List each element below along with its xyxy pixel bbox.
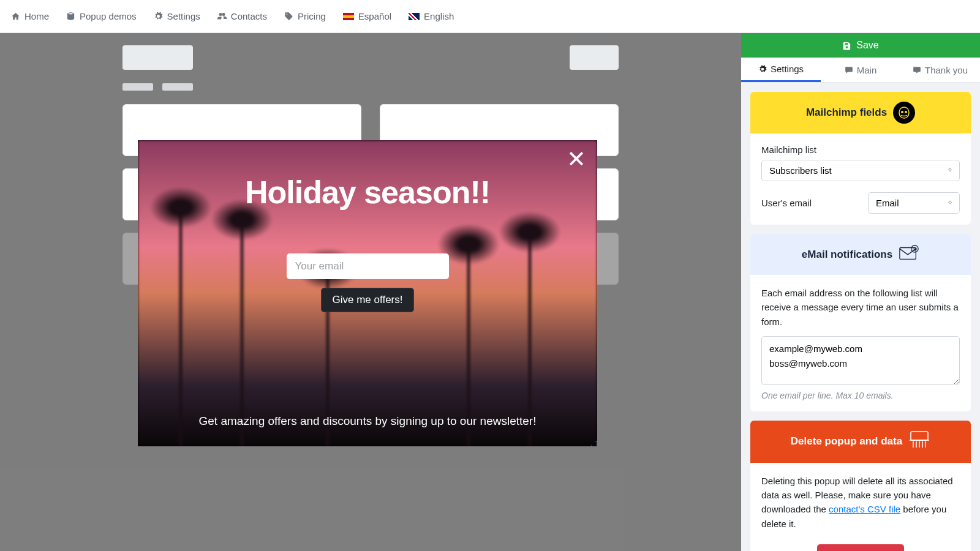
save-icon	[842, 41, 851, 50]
mailchimp-logo-icon	[893, 102, 915, 124]
delete-panel: Delete popup and data Deleting this popu…	[750, 421, 971, 551]
nav-home[interactable]: Home	[11, 11, 49, 21]
user-email-select[interactable]: Email	[868, 192, 960, 214]
nav-lang-es[interactable]: Español	[343, 11, 391, 21]
nav-settings[interactable]: Settings	[154, 11, 200, 21]
email-notifications-header-label: eMail notifications	[802, 249, 892, 261]
sidebar-tabs: Settings Main Thank you	[741, 58, 980, 83]
nav-pricing-label: Pricing	[298, 11, 326, 21]
delete-popup-button[interactable]: Delete popup	[817, 544, 904, 551]
contacts-csv-link[interactable]: contact's CSV file	[829, 504, 900, 514]
gear-icon	[154, 12, 163, 21]
tab-thankyou-label: Thank you	[925, 65, 968, 75]
mailchimp-list-label: Mailchimp list	[761, 144, 960, 155]
flag-en-icon	[409, 13, 420, 20]
tab-settings[interactable]: Settings	[741, 58, 821, 82]
email-notifications-panel: eMail notifications @ Each email address…	[750, 234, 971, 411]
mailchimp-header-label: Mailchimp fields	[806, 107, 887, 119]
notifications-hint: One email per line. Max 10 emails.	[761, 391, 960, 400]
email-notifications-header: eMail notifications @	[750, 234, 971, 275]
nav-contacts-label: Contacts	[231, 11, 267, 21]
tab-thankyou[interactable]: Thank you	[900, 58, 980, 82]
canvas-area: ✕ Holiday season!! Give me offers! Get a…	[0, 33, 741, 551]
popup-subtitle[interactable]: Get amazing offers and discounts by sign…	[199, 414, 537, 428]
nav-home-label: Home	[24, 11, 49, 21]
nav-english-label: English	[424, 11, 454, 21]
mailchimp-list-select[interactable]: Subscribers list	[761, 160, 960, 181]
svg-point-0	[901, 111, 903, 113]
nav-pricing[interactable]: Pricing	[284, 11, 326, 21]
popup-submit-button[interactable]: Give me offers!	[321, 288, 415, 312]
mail-at-icon: @	[899, 244, 919, 265]
gear-icon	[758, 65, 767, 73]
mailchimp-panel: Mailchimp fields Mailchimp list Subscrib…	[750, 92, 971, 225]
users-icon	[217, 12, 227, 21]
nav-espanol-label: Español	[358, 11, 391, 21]
speech-icon	[845, 66, 853, 74]
delete-panel-header-label: Delete popup and data	[791, 435, 902, 448]
delete-desc: Deleting this popup will delete all its …	[761, 474, 960, 531]
svg-point-1	[905, 111, 907, 113]
chat-icon	[913, 66, 921, 74]
flag-es-icon	[343, 13, 354, 20]
home-icon	[11, 12, 20, 21]
popup-email-input[interactable]	[287, 253, 449, 279]
tab-main[interactable]: Main	[821, 58, 900, 82]
save-label: Save	[856, 40, 878, 51]
tab-settings-label: Settings	[771, 64, 804, 74]
nav-lang-en[interactable]: English	[409, 11, 454, 21]
shredder-icon	[908, 430, 930, 453]
svg-text:@: @	[913, 246, 917, 252]
save-button[interactable]: Save	[741, 33, 980, 58]
notifications-desc: Each email address on the following list…	[761, 286, 960, 329]
nav-popup-demos-label: Popup demos	[80, 11, 137, 21]
popup-title[interactable]: Holiday season!!	[245, 174, 490, 211]
database-icon	[66, 12, 75, 21]
delete-panel-header: Delete popup and data	[750, 421, 971, 463]
user-email-label: User's email	[761, 198, 812, 208]
notifications-emails-textarea[interactable]	[761, 336, 960, 385]
top-nav: Home Popup demos Settings Contacts Prici…	[0, 0, 980, 33]
tab-main-label: Main	[857, 65, 877, 75]
nav-contacts[interactable]: Contacts	[217, 11, 267, 21]
tags-icon	[284, 12, 293, 21]
settings-sidebar: Save Settings Main Thank you Mailchimp f…	[741, 33, 980, 551]
popup-preview[interactable]: ✕ Holiday season!! Give me offers! Get a…	[138, 140, 597, 446]
mailchimp-header: Mailchimp fields	[750, 92, 971, 133]
nav-settings-label: Settings	[167, 11, 200, 21]
nav-popup-demos[interactable]: Popup demos	[66, 11, 137, 21]
svg-rect-5	[911, 432, 928, 440]
